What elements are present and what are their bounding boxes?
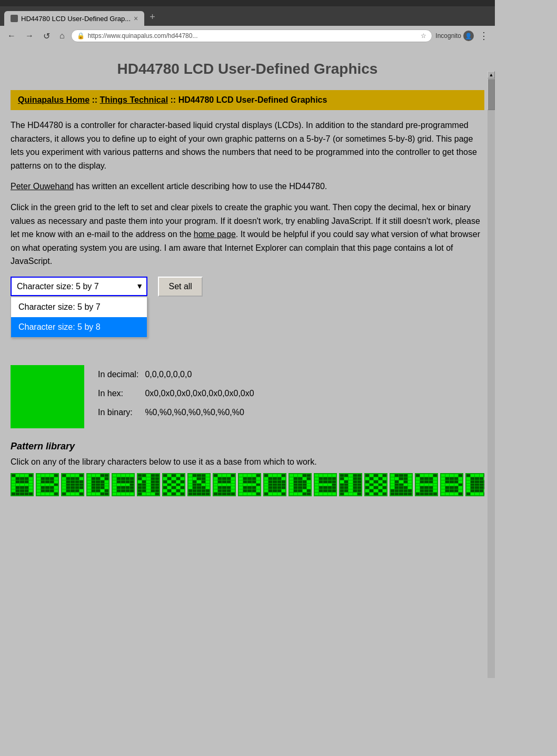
tab-favicon: [11, 15, 18, 22]
peter-paragraph: Peter Ouwehand has written an excellent …: [11, 180, 484, 193]
decimal-label: In decimal:: [95, 365, 142, 384]
breadcrumb-sep1: ::: [89, 95, 100, 104]
scrollbar-track[interactable]: ▲ ▼: [488, 71, 495, 678]
pattern-char-9[interactable]: [213, 473, 236, 496]
pattern-char-7[interactable]: [162, 473, 185, 496]
dropdown-item-5x8[interactable]: Character size: 5 by 8: [11, 317, 147, 337]
pattern-char-16[interactable]: [390, 473, 413, 496]
binary-label: In binary:: [95, 403, 142, 422]
peter-link[interactable]: Peter Ouwehand: [11, 182, 74, 191]
pattern-char-8[interactable]: [187, 473, 211, 496]
pattern-char-5[interactable]: [112, 473, 135, 496]
scroll-thumb[interactable]: [488, 78, 495, 110]
decimal-row: In decimal: 0,0,0,0,0,0,0: [95, 365, 257, 384]
page-title: HD44780 LCD User-Defined Graphics: [11, 56, 484, 82]
home-page-link[interactable]: home page: [194, 230, 236, 239]
pattern-char-10[interactable]: [238, 473, 261, 496]
controls-area: Character size: 5 by 7 Character size: 5…: [11, 277, 484, 297]
instructions-paragraph: Click in the green grid to the left to s…: [11, 201, 484, 268]
page-content: HD44780 LCD User-Defined Graphics Quinap…: [0, 46, 495, 678]
output-table: In decimal: 0,0,0,0,0,0,0 In hex: 0x0,0x…: [95, 365, 257, 422]
pattern-char-18[interactable]: [440, 473, 463, 496]
peter-text: has written an excellent article describ…: [74, 182, 327, 191]
pattern-library-text: Click on any of the library characters b…: [11, 457, 484, 467]
pattern-char-15[interactable]: [364, 473, 387, 496]
pattern-char-3[interactable]: [61, 473, 84, 496]
browser-chrome: HD44780 LCD User-Defined Grap... × + ← →…: [0, 0, 495, 46]
browser-toolbar: ← → ↺ ⌂ 🔒 https://www.quinapalus.com/hd4…: [0, 26, 495, 46]
description-text: The HD44780 is a controller for characte…: [11, 119, 484, 172]
decimal-value: 0,0,0,0,0,0,0: [142, 365, 257, 384]
lcd-grid[interactable]: [11, 365, 84, 428]
character-size-select[interactable]: Character size: 5 by 7 Character size: 5…: [11, 277, 147, 296]
forward-button[interactable]: →: [22, 29, 37, 43]
titlebar: [0, 0, 495, 6]
incognito-label: Incognito: [435, 32, 461, 40]
binary-value: %0,%0,%0,%0,%0,%0,%0: [142, 403, 257, 422]
scroll-up-button[interactable]: ▲: [488, 71, 495, 78]
pattern-char-2[interactable]: [36, 473, 59, 496]
tab-title: HD44780 LCD User-Defined Grap...: [21, 15, 131, 23]
dropdown-menu[interactable]: Character size: 5 by 7 Character size: 5…: [11, 297, 147, 338]
pattern-char-11[interactable]: [263, 473, 286, 496]
active-tab[interactable]: HD44780 LCD User-Defined Grap... ×: [4, 11, 144, 26]
hex-label: In hex:: [95, 384, 142, 403]
pattern-char-1[interactable]: [11, 473, 34, 496]
new-tab-button[interactable]: +: [144, 8, 161, 26]
tab-close-button[interactable]: ×: [134, 14, 138, 23]
lock-icon: 🔒: [77, 32, 85, 40]
pattern-char-6[interactable]: [137, 473, 160, 496]
browser-menu-button[interactable]: ⋮: [477, 28, 491, 44]
pattern-chars-row: [11, 473, 484, 496]
dropdown-item-5x7[interactable]: Character size: 5 by 7: [11, 297, 147, 317]
pattern-library-section: Pattern library Click on any of the libr…: [11, 441, 484, 496]
breadcrumb-things-link[interactable]: Things Technical: [100, 95, 168, 104]
output-values: In decimal: 0,0,0,0,0,0,0 In hex: 0x0,0x…: [95, 365, 257, 422]
pattern-char-12[interactable]: [289, 473, 312, 496]
pattern-char-19[interactable]: [465, 473, 484, 496]
binary-row: In binary: %0,%0,%0,%0,%0,%0,%0: [95, 403, 257, 422]
breadcrumb-sep2: ::: [168, 95, 178, 104]
url-text: https://www.quinapalus.com/hd44780...: [88, 32, 418, 40]
pattern-char-17[interactable]: [415, 473, 438, 496]
set-all-button[interactable]: Set all: [158, 277, 202, 297]
home-button[interactable]: ⌂: [56, 29, 68, 43]
hex-value: 0x0,0x0,0x0,0x0,0x0,0x0,0x0: [142, 384, 257, 403]
pattern-char-13[interactable]: [314, 473, 337, 496]
tab-bar: HD44780 LCD User-Defined Grap... × +: [0, 6, 495, 26]
reload-button[interactable]: ↺: [40, 29, 53, 43]
breadcrumb-current: HD44780 LCD User-Defined Graphics: [178, 95, 327, 104]
address-bar[interactable]: 🔒 https://www.quinapalus.com/hd44780... …: [71, 30, 433, 42]
grid-output-row: In decimal: 0,0,0,0,0,0,0 In hex: 0x0,0x…: [11, 365, 484, 428]
star-icon[interactable]: ☆: [421, 32, 426, 40]
pattern-char-14[interactable]: [339, 473, 362, 496]
breadcrumb: Quinapalus Home :: Things Technical :: H…: [11, 90, 484, 110]
incognito-icon: 👤: [463, 31, 474, 41]
incognito-badge: Incognito 👤: [435, 31, 474, 41]
hex-row: In hex: 0x0,0x0,0x0,0x0,0x0,0x0,0x0: [95, 384, 257, 403]
pattern-library-title: Pattern library: [11, 441, 484, 452]
breadcrumb-home-link[interactable]: Quinapalus Home: [18, 95, 89, 104]
pattern-char-4[interactable]: [86, 473, 110, 496]
back-button[interactable]: ←: [4, 29, 19, 43]
character-size-select-wrapper: Character size: 5 by 7 Character size: 5…: [11, 277, 147, 296]
